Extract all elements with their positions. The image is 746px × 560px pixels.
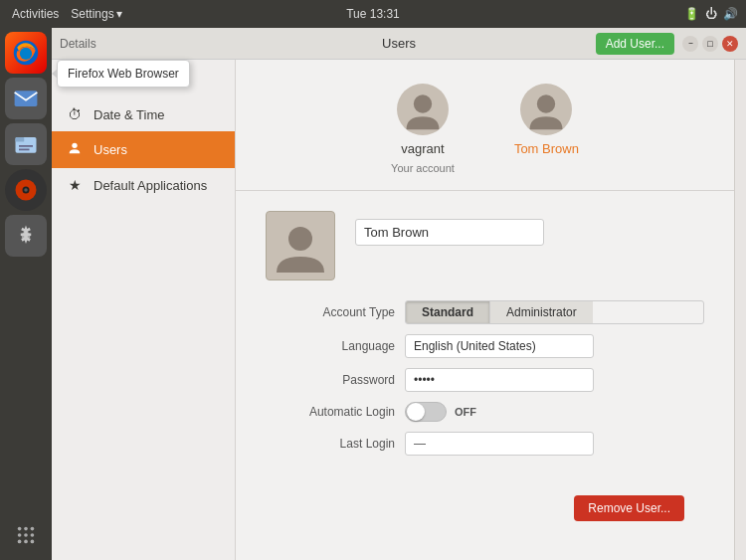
svg-point-7 xyxy=(24,188,28,192)
sidebar-label-about: About xyxy=(93,74,127,89)
users-icon xyxy=(66,140,84,159)
sidebar-label-datetime: Date & Time xyxy=(93,107,165,122)
bottom-bar: Remove User... xyxy=(266,485,704,531)
activities-button[interactable]: Activities xyxy=(8,7,63,21)
administrator-account-button[interactable]: Administrator xyxy=(490,301,593,323)
svg-point-16 xyxy=(24,540,28,544)
sidebar-label-users: Users xyxy=(93,142,127,157)
vagrant-name: vagrant xyxy=(401,141,444,156)
detail-area: Account Type Standard Administrator Lang… xyxy=(236,191,734,551)
last-login-value xyxy=(405,432,704,456)
tom-avatar-image xyxy=(524,88,568,131)
account-type-row: Account Type Standard Administrator xyxy=(266,300,704,324)
vagrant-subtitle: Your account xyxy=(391,162,455,174)
automatic-login-label: Automatic Login xyxy=(266,405,395,419)
settings-window: Details Users Add User... － □ ✕ ✦ About xyxy=(52,28,746,560)
user-card-tom[interactable]: Tom Brown xyxy=(514,84,579,174)
svg-point-13 xyxy=(24,533,28,537)
vagrant-avatar xyxy=(397,84,449,135)
form-section: Account Type Standard Administrator Lang… xyxy=(266,300,704,456)
svg-rect-2 xyxy=(15,91,38,106)
svg-point-15 xyxy=(18,540,22,544)
detail-avatar-image xyxy=(272,217,329,275)
dock-email[interactable] xyxy=(5,78,47,119)
settings-gear-icon xyxy=(12,222,40,250)
topbar: Activities Settings ▾ Tue 13:31 🔋 ⏻ 🔊 xyxy=(0,0,746,28)
svg-point-9 xyxy=(18,527,22,531)
user-selection: vagrant Your account Tom Brown xyxy=(236,60,734,191)
detail-avatar[interactable] xyxy=(266,211,335,280)
detail-header xyxy=(266,211,704,280)
email-icon xyxy=(12,85,40,112)
files-icon xyxy=(12,130,40,158)
password-input[interactable] xyxy=(405,368,594,392)
media-icon xyxy=(12,176,40,204)
content-area: ✦ About ⏱ Date & Time Users xyxy=(52,60,746,560)
dock-app-grid[interactable] xyxy=(5,514,47,556)
settings-menu[interactable]: Settings ▾ xyxy=(71,7,121,21)
close-button[interactable]: ✕ xyxy=(722,36,738,52)
about-icon: ✦ xyxy=(66,73,84,89)
toggle-state-label: OFF xyxy=(455,406,476,418)
sidebar: ✦ About ⏱ Date & Time Users xyxy=(52,60,236,560)
dock: Firefox Web Browser xyxy=(0,28,52,560)
add-user-button[interactable]: Add User... xyxy=(596,33,674,55)
svg-point-1 xyxy=(20,48,32,60)
sidebar-item-users[interactable]: Users xyxy=(52,131,235,168)
svg-rect-4 xyxy=(16,137,25,141)
svg-point-14 xyxy=(31,533,35,537)
details-tab-label: Details xyxy=(60,37,96,51)
main-layout: Firefox Web Browser xyxy=(0,28,746,560)
minimize-button[interactable]: － xyxy=(682,36,698,52)
last-login-row: Last Login xyxy=(266,432,704,456)
sidebar-item-datetime[interactable]: ⏱ Date & Time xyxy=(52,97,235,131)
password-value xyxy=(405,368,704,392)
standard-account-button[interactable]: Standard xyxy=(406,301,490,323)
main-panel: vagrant Your account Tom Brown xyxy=(236,60,734,560)
settings-menu-arrow: ▾ xyxy=(116,7,122,21)
settings-menu-label: Settings xyxy=(71,7,113,21)
svg-point-21 xyxy=(288,227,312,251)
dock-firefox[interactable] xyxy=(5,32,47,74)
password-label: Password xyxy=(266,373,395,387)
language-value xyxy=(405,334,704,358)
firefox-icon xyxy=(12,39,40,67)
svg-point-17 xyxy=(31,540,35,544)
detail-name-field xyxy=(355,219,544,246)
svg-point-11 xyxy=(31,527,35,531)
language-input[interactable] xyxy=(405,334,594,358)
automatic-login-toggle-container: OFF xyxy=(405,402,704,422)
sidebar-item-default-apps[interactable]: ★ Default Applications xyxy=(52,168,235,202)
maximize-button[interactable]: □ xyxy=(702,36,718,52)
last-login-input[interactable] xyxy=(405,432,594,456)
svg-point-10 xyxy=(24,527,28,531)
svg-point-19 xyxy=(414,94,432,112)
password-row: Password xyxy=(266,368,704,392)
sidebar-item-about[interactable]: ✦ About xyxy=(52,64,235,97)
svg-point-20 xyxy=(537,94,555,112)
account-type-label: Account Type xyxy=(266,305,395,319)
dock-files[interactable] xyxy=(5,123,47,165)
svg-point-12 xyxy=(18,533,22,537)
dock-settings[interactable] xyxy=(5,215,47,257)
automatic-login-row: Automatic Login OFF xyxy=(266,402,704,422)
sidebar-label-default-apps: Default Applications xyxy=(93,178,207,193)
language-row: Language xyxy=(266,334,704,358)
user-card-vagrant[interactable]: vagrant Your account xyxy=(391,84,455,174)
automatic-login-toggle[interactable] xyxy=(405,402,447,422)
language-label: Language xyxy=(266,339,395,353)
last-login-label: Last Login xyxy=(266,437,395,451)
svg-point-18 xyxy=(72,143,77,148)
dock-media[interactable] xyxy=(5,169,47,211)
settings-title: Users xyxy=(382,36,416,51)
remove-user-button[interactable]: Remove User... xyxy=(574,495,684,521)
vagrant-avatar-image xyxy=(401,88,445,131)
power-icon: ⏻ xyxy=(705,7,717,21)
volume-icon: 🔊 xyxy=(723,7,738,21)
datetime-icon: ⏱ xyxy=(66,106,84,122)
account-type-group: Standard Administrator xyxy=(405,300,704,324)
topbar-right: 🔋 ⏻ 🔊 xyxy=(684,7,738,21)
default-apps-icon: ★ xyxy=(66,177,84,193)
name-input[interactable] xyxy=(355,219,544,246)
tom-name: Tom Brown xyxy=(514,141,579,156)
